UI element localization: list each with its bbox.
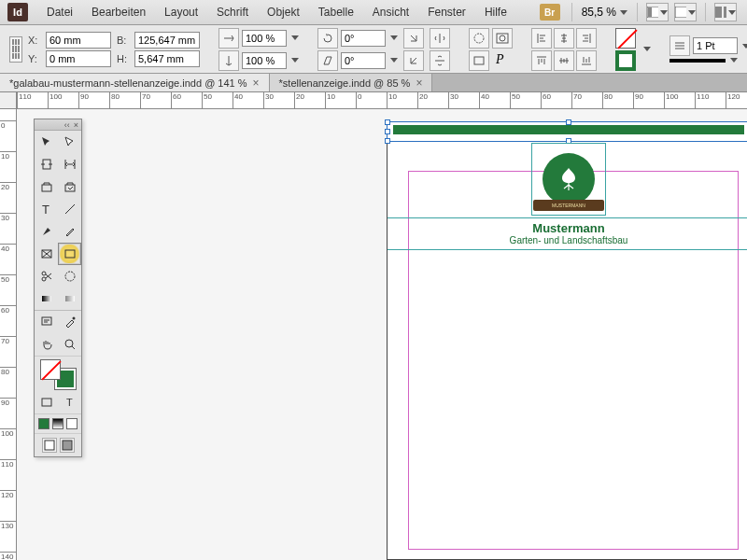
svg-rect-4: [724, 7, 726, 18]
menu-window[interactable]: Fenster: [418, 6, 475, 19]
rectangle-frame-tool[interactable]: [35, 243, 58, 265]
rotate-icon: [317, 28, 338, 49]
svg-point-15: [42, 272, 46, 275]
preview-view-icon[interactable]: [60, 438, 75, 453]
svg-point-17: [65, 272, 75, 281]
scale-x-input[interactable]: [242, 30, 287, 47]
svg-rect-6: [474, 57, 484, 64]
eyedropper-tool[interactable]: [58, 311, 81, 333]
menu-table[interactable]: Tabelle: [309, 6, 363, 19]
selection-tool[interactable]: [35, 131, 58, 153]
gap-tool[interactable]: [58, 153, 81, 175]
svg-rect-18: [42, 296, 51, 301]
position-group: X: Y:: [28, 32, 111, 67]
pencil-tool[interactable]: [58, 220, 81, 243]
fill-swatch[interactable]: [615, 28, 636, 49]
select-content-icon[interactable]: [469, 50, 489, 71]
menu-help[interactable]: Hilfe: [475, 6, 516, 19]
content-placer-tool[interactable]: [58, 175, 81, 198]
direct-selection-tool[interactable]: [58, 131, 81, 153]
ruler-horizontal[interactable]: 1101009080706050403020100102030405060708…: [17, 92, 747, 109]
svg-text:T: T: [42, 203, 49, 216]
zoom-tool[interactable]: [58, 333, 81, 356]
flip-v-icon[interactable]: [430, 50, 450, 71]
bridge-icon[interactable]: Br: [540, 4, 560, 21]
height-input[interactable]: [134, 50, 200, 67]
collapse-icon: ‹‹: [64, 120, 70, 130]
document-tabs: *galabau-mustermann-stellenanzeige.indd …: [0, 74, 747, 92]
stroke-weight-input[interactable]: [693, 37, 738, 54]
gradient-feather-tool[interactable]: [58, 287, 81, 310]
note-tool[interactable]: [35, 311, 58, 333]
close-icon[interactable]: ×: [253, 77, 260, 90]
view-options-icon[interactable]: [646, 3, 669, 21]
svg-rect-11: [65, 185, 75, 191]
select-container-icon[interactable]: [469, 28, 489, 49]
y-input[interactable]: [46, 50, 111, 67]
scale-y-input[interactable]: [242, 52, 287, 69]
align-center-icon[interactable]: [554, 28, 574, 49]
align-right-icon[interactable]: [576, 28, 597, 49]
screen-mode-icon[interactable]: [674, 3, 697, 21]
apply-gradient-icon[interactable]: [52, 418, 63, 429]
free-transform-tool[interactable]: [58, 265, 81, 287]
stroke-style[interactable]: [669, 59, 726, 63]
hand-tool[interactable]: [35, 333, 58, 356]
paragraph-style-icon[interactable]: P: [492, 50, 513, 69]
rotate-input[interactable]: [341, 30, 386, 47]
svg-rect-25: [45, 441, 54, 450]
tab-document-2[interactable]: *stellenanzeige.indd @ 85 % ×: [270, 74, 433, 91]
menu-view[interactable]: Ansicht: [363, 6, 418, 19]
rotate-ccw-icon[interactable]: [403, 50, 424, 71]
reference-point[interactable]: [9, 36, 22, 63]
line-tool[interactable]: [58, 198, 81, 220]
close-icon[interactable]: ×: [416, 77, 422, 90]
selection-frame[interactable]: [387, 121, 747, 142]
width-input[interactable]: [134, 32, 200, 49]
tool-panel-header[interactable]: ‹‹×: [35, 119, 81, 131]
tab-document-1[interactable]: *galabau-mustermann-stellenanzeige.indd …: [0, 74, 270, 91]
menu-file[interactable]: Datei: [37, 6, 82, 19]
svg-rect-19: [65, 296, 75, 301]
logo-frame[interactable]: MUSTERMANN: [531, 143, 606, 216]
y-label: Y:: [28, 53, 43, 64]
menu-edit[interactable]: Bearbeiten: [82, 6, 155, 19]
type-tool[interactable]: T: [35, 198, 58, 220]
flip-h-icon[interactable]: [430, 28, 450, 49]
scissors-tool[interactable]: [35, 265, 58, 287]
menu-type[interactable]: Schrift: [207, 6, 258, 19]
svg-rect-23: [42, 399, 51, 406]
fill-stroke-swatches[interactable]: [35, 356, 81, 391]
svg-point-22: [65, 340, 73, 347]
align-middle-icon[interactable]: [554, 50, 574, 71]
content-collector-tool[interactable]: [35, 175, 58, 198]
w-label: B:: [117, 35, 132, 46]
menu-object[interactable]: Objekt: [258, 6, 309, 19]
workspace[interactable]: ‹‹× T: [17, 109, 747, 560]
formatting-container-icon[interactable]: [35, 391, 58, 413]
svg-point-21: [72, 317, 75, 320]
pen-tool[interactable]: [35, 220, 58, 243]
x-input[interactable]: [46, 32, 111, 49]
rotate-cw-icon[interactable]: [403, 28, 424, 49]
page-tool[interactable]: [35, 153, 58, 175]
align-bottom-icon[interactable]: [576, 50, 597, 71]
menu-layout[interactable]: Layout: [155, 6, 207, 19]
gradient-swatch-tool[interactable]: [35, 287, 58, 310]
ruler-origin[interactable]: [0, 92, 17, 109]
ruler-vertical[interactable]: 0102030405060708090100110120130140: [0, 109, 17, 560]
align-top-icon[interactable]: [531, 50, 552, 71]
company-text-frame[interactable]: Mustermann Garten- und Landschaftsbau: [388, 217, 747, 250]
stroke-swatch[interactable]: [615, 50, 636, 71]
zoom-level[interactable]: 85,5 %: [578, 6, 631, 19]
apply-none-icon[interactable]: [66, 418, 78, 429]
align-left-icon[interactable]: [531, 28, 552, 49]
fit-content-icon[interactable]: [492, 28, 513, 49]
apply-color-icon[interactable]: [38, 418, 49, 429]
shear-input[interactable]: [341, 52, 386, 69]
document-page[interactable]: MUSTERMANN Mustermann Garten- und Landsc…: [387, 121, 747, 560]
arrange-icon[interactable]: [714, 3, 737, 21]
rectangle-tool[interactable]: [58, 243, 81, 265]
formatting-text-icon[interactable]: T: [58, 391, 81, 413]
normal-view-icon[interactable]: [42, 438, 57, 453]
